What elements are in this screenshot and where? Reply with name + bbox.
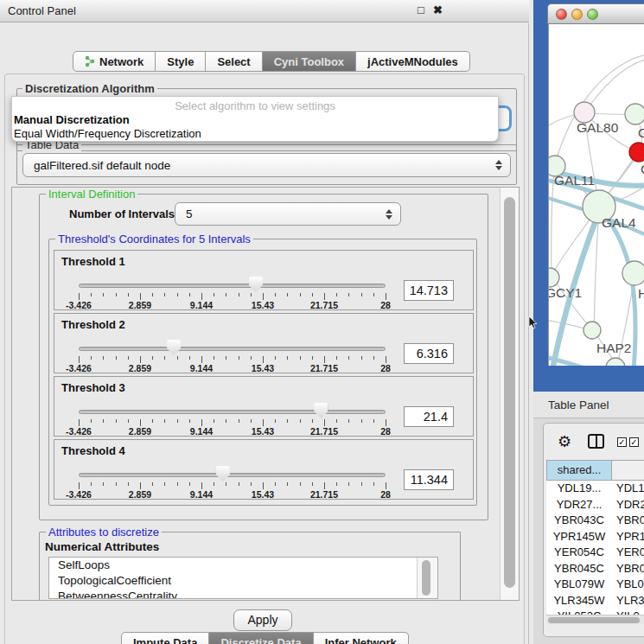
apply-button[interactable]: Apply	[233, 609, 292, 631]
zoom-traffic-light-icon[interactable]	[587, 9, 598, 20]
table-horizontal-scrollbar[interactable]	[546, 615, 644, 624]
table-row[interactable]: YER054CYER0	[546, 545, 644, 561]
network-graph: GAL80GAGAL11CGAL4GCY1HHAP2	[549, 24, 644, 366]
table-data-combobox[interactable]: galFiltered.sif default node	[22, 153, 511, 177]
settings-vertical-scrollbar[interactable]	[500, 188, 519, 600]
cell-shared-name[interactable]: YBL079W	[546, 577, 612, 593]
cell-name[interactable]: YBR0	[612, 513, 644, 529]
slider-tick-label: 28	[360, 300, 411, 310]
num-intervals-combobox[interactable]: 5	[175, 202, 401, 226]
threshold-slider-thumb[interactable]	[216, 466, 230, 481]
node-red-selected[interactable]	[629, 143, 644, 162]
table-row[interactable]: YPR145WYPR1	[546, 529, 644, 545]
attribute-list-item[interactable]: SelfLoops	[49, 558, 437, 573]
close-window-icon[interactable]: ✖	[433, 3, 443, 16]
node-hap2[interactable]	[583, 322, 601, 339]
table-row[interactable]: YBL079WYBL0	[546, 577, 644, 593]
network-canvas[interactable]: GAL80GAGAL11CGAL4GCY1HHAP2	[548, 24, 644, 366]
minimize-traffic-light-icon[interactable]	[571, 9, 583, 20]
table-hscrollbar-thumb[interactable]	[548, 617, 640, 623]
node-attribute-table[interactable]: shared... n YDL19...YDL1YDR27...YDR2YBR0…	[546, 460, 644, 615]
slider-tick-label: -3.426	[53, 363, 105, 373]
threshold-slider-thumb[interactable]	[249, 277, 263, 292]
network-window-titlebar[interactable]	[547, 3, 644, 24]
node-top-right[interactable]	[625, 104, 644, 124]
node-label: HAP2	[596, 341, 632, 355]
cell-shared-name[interactable]: YLR345W	[546, 593, 612, 609]
bottom-tab-infer-network[interactable]: Infer Network	[314, 632, 409, 644]
table-row[interactable]: YDR27...YDR2	[546, 497, 644, 513]
threshold-slider-track[interactable]	[79, 410, 386, 414]
threshold-value-field[interactable]: 21.4	[404, 406, 454, 427]
cell-name[interactable]: YDL1	[612, 481, 644, 497]
table-row[interactable]: YIL052CYIL0	[546, 609, 644, 615]
table-row[interactable]: YDL19...YDL1	[546, 481, 644, 497]
threshold-slider-thumb[interactable]	[314, 403, 328, 418]
cell-shared-name[interactable]: YDL19...	[546, 481, 612, 497]
numerical-attributes-list[interactable]: SelfLoopsTopologicalCoefficientBetweenne…	[48, 557, 438, 599]
attribute-list-item[interactable]: BetweennessCentrality	[49, 589, 437, 599]
table-row[interactable]: YLR345WYLR3	[546, 593, 644, 609]
threshold-slider-track[interactable]	[79, 284, 386, 288]
algorithm-option[interactable]: Equal Width/Frequency Discretization	[12, 126, 498, 140]
slider-tick-label: 28	[360, 426, 411, 437]
settings-scrollbar-thumb[interactable]	[504, 197, 515, 588]
thresholds-group-title: Threshold's Coordinates for 5 Intervals	[55, 233, 253, 245]
cell-shared-name[interactable]: YDR27...	[546, 497, 612, 513]
algorithm-dropdown-hint[interactable]: Select algorithm to view settings	[12, 99, 498, 112]
cell-name[interactable]: YBR0	[612, 561, 644, 577]
threshold-value-field[interactable]: 11.344	[404, 469, 454, 490]
column-header-name[interactable]: n	[612, 460, 644, 481]
table-row[interactable]: YBR045CYBR0	[546, 561, 644, 577]
bottom-tab-impute-data[interactable]: Impute Data	[121, 632, 209, 644]
column-header-shared-name[interactable]: shared...	[546, 460, 612, 481]
tab-network[interactable]: Network	[73, 51, 156, 72]
bottom-tab-bar: Impute DataDiscretize DataInfer Network	[121, 632, 409, 644]
tab-cyni-toolbox[interactable]: Cyni Toolbox	[263, 51, 356, 72]
threshold-value-field[interactable]: 14.713	[404, 280, 454, 301]
node-label: GA	[638, 125, 644, 140]
cell-shared-name[interactable]: YBR043C	[546, 513, 612, 529]
node-h[interactable]	[622, 261, 644, 285]
table-row[interactable]: YBR043CYBR0	[546, 513, 644, 529]
tab-label: Discretize Data	[220, 636, 301, 644]
node-gcy1[interactable]	[549, 268, 559, 287]
split-columns-icon[interactable]	[588, 434, 604, 449]
threshold-label: Threshold 4	[61, 444, 125, 457]
attribute-list-item[interactable]: TopologicalCoefficient	[49, 573, 437, 589]
cell-name[interactable]: YBL0	[612, 577, 644, 593]
threshold-value-field[interactable]: 6.316	[404, 343, 454, 364]
threshold-slider-track[interactable]	[79, 347, 386, 351]
cell-shared-name[interactable]: YIL052C	[546, 609, 612, 615]
cell-name[interactable]: YLR3	[612, 593, 644, 609]
tab-jactivemnodules[interactable]: jActiveMNodules	[356, 51, 470, 72]
checkbox-icon[interactable]: ✓	[617, 437, 627, 447]
checkbox-icon[interactable]: ✓	[629, 437, 639, 447]
cell-shared-name[interactable]: YER054C	[546, 545, 612, 561]
cell-name[interactable]: YIL0	[612, 609, 644, 615]
cell-name[interactable]: YER0	[612, 545, 644, 561]
cell-name[interactable]: YPR1	[612, 529, 644, 545]
tab-label: Style	[167, 55, 194, 68]
attributes-group-title: Attributes to discretize	[46, 526, 162, 539]
cell-name[interactable]: YDR2	[612, 497, 644, 513]
close-traffic-light-icon[interactable]	[556, 9, 567, 20]
cell-shared-name[interactable]: YBR045C	[546, 561, 612, 577]
slider-tick-label: -3.426	[53, 426, 105, 437]
algorithm-dropdown-options: Manual DiscretizationEqual Width/Frequen…	[12, 112, 498, 140]
gear-icon[interactable]: ⚙	[558, 432, 571, 451]
algorithm-option[interactable]: Manual Discretization	[12, 112, 498, 126]
float-window-icon[interactable]: □	[418, 3, 424, 16]
threshold-slider-track[interactable]	[79, 473, 386, 477]
tab-select[interactable]: Select	[206, 51, 262, 72]
bottom-tab-discretize-data[interactable]: Discretize Data	[209, 632, 313, 644]
node-label: GAL80	[577, 120, 619, 135]
node-bottom[interactable]	[606, 358, 625, 366]
slider-tick-label: 28	[360, 489, 411, 500]
attributes-scrollbar-thumb[interactable]	[422, 560, 430, 596]
slider-tick-label: -3.426	[53, 300, 105, 310]
tab-style[interactable]: Style	[156, 51, 206, 72]
cell-shared-name[interactable]: YPR145W	[546, 529, 612, 545]
threshold-slider-thumb[interactable]	[167, 340, 181, 355]
attributes-scrollbar[interactable]	[417, 558, 437, 598]
